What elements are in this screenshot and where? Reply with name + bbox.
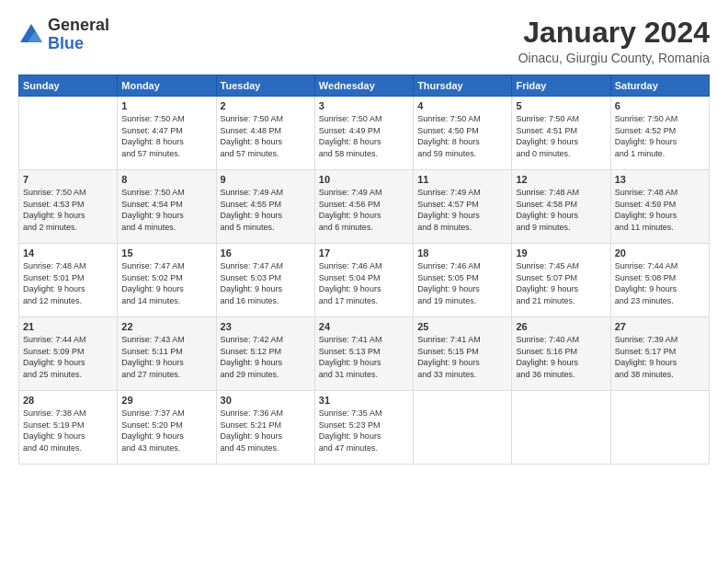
day-info: Sunrise: 7:39 AM Sunset: 5:17 PM Dayligh… — [615, 334, 705, 380]
calendar-cell: 12Sunrise: 7:48 AM Sunset: 4:58 PM Dayli… — [512, 170, 610, 244]
calendar-cell: 30Sunrise: 7:36 AM Sunset: 5:21 PM Dayli… — [216, 391, 314, 465]
calendar-cell: 31Sunrise: 7:35 AM Sunset: 5:23 PM Dayli… — [314, 391, 413, 465]
day-number: 23 — [221, 321, 311, 332]
day-number: 18 — [417, 247, 507, 259]
calendar-cell: 1Sunrise: 7:50 AM Sunset: 4:47 PM Daylig… — [118, 97, 216, 170]
day-number: 12 — [516, 174, 606, 185]
month-title: January 2024 — [518, 17, 710, 49]
day-info: Sunrise: 7:49 AM Sunset: 4:55 PM Dayligh… — [221, 187, 311, 233]
day-number: 25 — [417, 321, 507, 332]
day-number: 10 — [319, 174, 409, 185]
day-info: Sunrise: 7:50 AM Sunset: 4:48 PM Dayligh… — [221, 113, 311, 159]
col-header-saturday: Saturday — [610, 75, 709, 97]
day-info: Sunrise: 7:50 AM Sunset: 4:50 PM Dayligh… — [417, 113, 507, 159]
calendar-cell: 2Sunrise: 7:50 AM Sunset: 4:48 PM Daylig… — [216, 97, 314, 170]
day-number: 19 — [516, 247, 606, 259]
day-number: 20 — [615, 247, 705, 259]
col-header-sunday: Sunday — [19, 75, 118, 97]
day-info: Sunrise: 7:49 AM Sunset: 4:56 PM Dayligh… — [319, 187, 409, 233]
day-number: 29 — [121, 395, 211, 406]
calendar-cell: 29Sunrise: 7:37 AM Sunset: 5:20 PM Dayli… — [118, 391, 216, 465]
calendar-cell: 8Sunrise: 7:50 AM Sunset: 4:54 PM Daylig… — [118, 170, 216, 244]
day-number: 11 — [417, 174, 507, 185]
col-header-thursday: Thursday — [414, 75, 512, 97]
calendar-cell: 13Sunrise: 7:48 AM Sunset: 4:59 PM Dayli… — [610, 170, 709, 244]
calendar-cell: 19Sunrise: 7:45 AM Sunset: 5:07 PM Dayli… — [512, 244, 610, 317]
day-number: 15 — [121, 247, 211, 259]
day-info: Sunrise: 7:50 AM Sunset: 4:53 PM Dayligh… — [23, 187, 113, 233]
page: General Blue January 2024 Oinacu, Giurgi… — [0, 0, 728, 563]
calendar-cell: 20Sunrise: 7:44 AM Sunset: 5:08 PM Dayli… — [610, 244, 709, 317]
calendar-week-4: 28Sunrise: 7:38 AM Sunset: 5:19 PM Dayli… — [19, 391, 710, 465]
calendar-cell: 5Sunrise: 7:50 AM Sunset: 4:51 PM Daylig… — [512, 97, 610, 170]
day-info: Sunrise: 7:43 AM Sunset: 5:11 PM Dayligh… — [121, 334, 211, 380]
calendar-table: SundayMondayTuesdayWednesdayThursdayFrid… — [18, 75, 710, 465]
day-number: 28 — [23, 395, 113, 406]
day-number: 31 — [319, 395, 409, 406]
day-number: 17 — [319, 247, 409, 259]
day-info: Sunrise: 7:45 AM Sunset: 5:07 PM Dayligh… — [516, 260, 606, 306]
day-info: Sunrise: 7:35 AM Sunset: 5:23 PM Dayligh… — [319, 408, 409, 454]
calendar-week-3: 21Sunrise: 7:44 AM Sunset: 5:09 PM Dayli… — [19, 317, 710, 391]
logo: General Blue — [18, 17, 109, 53]
col-header-friday: Friday — [512, 75, 610, 97]
day-info: Sunrise: 7:50 AM Sunset: 4:54 PM Dayligh… — [121, 187, 211, 233]
logo-icon — [18, 22, 44, 48]
header: General Blue January 2024 Oinacu, Giurgi… — [18, 17, 710, 65]
day-number: 4 — [417, 100, 507, 111]
logo-blue-text: Blue — [48, 34, 84, 52]
logo-general-text: General — [48, 16, 109, 34]
calendar-cell: 10Sunrise: 7:49 AM Sunset: 4:56 PM Dayli… — [314, 170, 413, 244]
day-info: Sunrise: 7:48 AM Sunset: 4:59 PM Dayligh… — [615, 187, 705, 233]
calendar-cell: 24Sunrise: 7:41 AM Sunset: 5:13 PM Dayli… — [314, 317, 413, 391]
day-info: Sunrise: 7:47 AM Sunset: 5:03 PM Dayligh… — [221, 260, 311, 306]
day-number: 22 — [121, 321, 211, 332]
calendar-cell: 14Sunrise: 7:48 AM Sunset: 5:01 PM Dayli… — [19, 244, 118, 317]
calendar-cell: 26Sunrise: 7:40 AM Sunset: 5:16 PM Dayli… — [512, 317, 610, 391]
day-info: Sunrise: 7:48 AM Sunset: 5:01 PM Dayligh… — [23, 260, 113, 306]
day-info: Sunrise: 7:41 AM Sunset: 5:13 PM Dayligh… — [319, 334, 409, 380]
day-info: Sunrise: 7:38 AM Sunset: 5:19 PM Dayligh… — [23, 408, 113, 454]
title-block: January 2024 Oinacu, Giurgiu County, Rom… — [518, 17, 710, 65]
day-number: 30 — [221, 395, 311, 406]
col-header-monday: Monday — [118, 75, 216, 97]
calendar-header-row: SundayMondayTuesdayWednesdayThursdayFrid… — [19, 75, 710, 97]
calendar-cell: 25Sunrise: 7:41 AM Sunset: 5:15 PM Dayli… — [414, 317, 512, 391]
calendar-cell: 3Sunrise: 7:50 AM Sunset: 4:49 PM Daylig… — [314, 97, 413, 170]
calendar-cell: 16Sunrise: 7:47 AM Sunset: 5:03 PM Dayli… — [216, 244, 314, 317]
calendar-cell: 17Sunrise: 7:46 AM Sunset: 5:04 PM Dayli… — [314, 244, 413, 317]
day-info: Sunrise: 7:42 AM Sunset: 5:12 PM Dayligh… — [221, 334, 311, 380]
calendar-cell: 4Sunrise: 7:50 AM Sunset: 4:50 PM Daylig… — [414, 97, 512, 170]
day-number: 9 — [221, 174, 311, 185]
day-number: 14 — [23, 247, 113, 259]
calendar-cell: 6Sunrise: 7:50 AM Sunset: 4:52 PM Daylig… — [610, 97, 709, 170]
day-number: 1 — [121, 100, 211, 111]
day-info: Sunrise: 7:46 AM Sunset: 5:05 PM Dayligh… — [417, 260, 507, 306]
calendar-cell — [19, 97, 118, 170]
day-info: Sunrise: 7:41 AM Sunset: 5:15 PM Dayligh… — [417, 334, 507, 380]
day-number: 8 — [121, 174, 211, 185]
day-info: Sunrise: 7:44 AM Sunset: 5:09 PM Dayligh… — [23, 334, 113, 380]
col-header-wednesday: Wednesday — [314, 75, 413, 97]
day-number: 7 — [23, 174, 113, 185]
day-number: 21 — [23, 321, 113, 332]
calendar-week-0: 1Sunrise: 7:50 AM Sunset: 4:47 PM Daylig… — [19, 97, 710, 170]
calendar-cell: 15Sunrise: 7:47 AM Sunset: 5:02 PM Dayli… — [118, 244, 216, 317]
calendar-cell: 21Sunrise: 7:44 AM Sunset: 5:09 PM Dayli… — [19, 317, 118, 391]
calendar-cell: 23Sunrise: 7:42 AM Sunset: 5:12 PM Dayli… — [216, 317, 314, 391]
calendar-cell — [512, 391, 610, 465]
calendar-cell — [610, 391, 709, 465]
day-info: Sunrise: 7:49 AM Sunset: 4:57 PM Dayligh… — [417, 187, 507, 233]
day-info: Sunrise: 7:46 AM Sunset: 5:04 PM Dayligh… — [319, 260, 409, 306]
calendar-cell: 11Sunrise: 7:49 AM Sunset: 4:57 PM Dayli… — [414, 170, 512, 244]
day-number: 16 — [221, 247, 311, 259]
location-title: Oinacu, Giurgiu County, Romania — [518, 51, 710, 65]
calendar-cell: 22Sunrise: 7:43 AM Sunset: 5:11 PM Dayli… — [118, 317, 216, 391]
day-info: Sunrise: 7:47 AM Sunset: 5:02 PM Dayligh… — [121, 260, 211, 306]
col-header-tuesday: Tuesday — [216, 75, 314, 97]
day-number: 13 — [615, 174, 705, 185]
day-number: 27 — [615, 321, 705, 332]
calendar-week-2: 14Sunrise: 7:48 AM Sunset: 5:01 PM Dayli… — [19, 244, 710, 317]
logo-text: General Blue — [48, 17, 109, 53]
day-info: Sunrise: 7:50 AM Sunset: 4:47 PM Dayligh… — [121, 113, 211, 159]
